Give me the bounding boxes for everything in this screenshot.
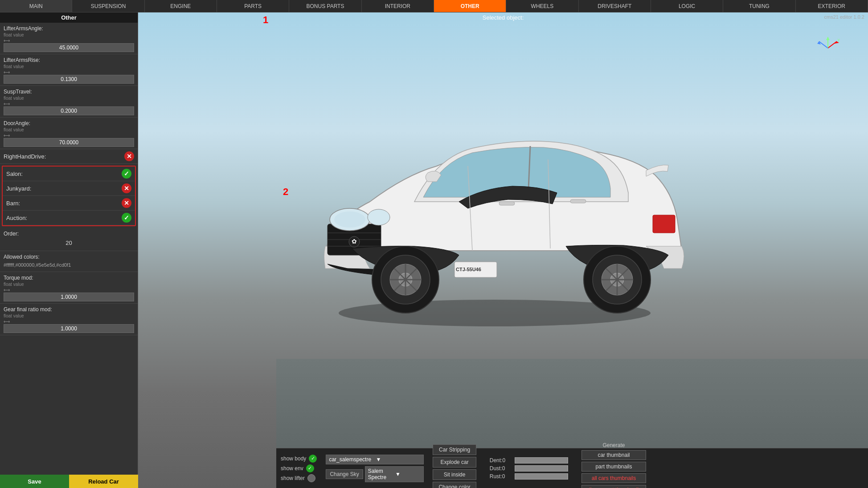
tab-suspension[interactable]: SUSPENSION xyxy=(72,0,144,12)
save-button[interactable]: Save xyxy=(0,475,69,488)
all-cars-part-thumbnails-button[interactable]: all cars part thumbnails xyxy=(581,485,646,488)
change-color-button[interactable]: Change color xyxy=(433,482,476,488)
lifter-arms-angle-arrows: ⟷ xyxy=(4,38,134,43)
right-hand-drive-icon[interactable]: ✕ xyxy=(124,151,134,161)
sidebar-bottom: Save Reload Car xyxy=(0,475,138,488)
explode-car-button[interactable]: Explode car xyxy=(433,457,476,468)
susp-travel-input[interactable] xyxy=(4,106,134,115)
tab-other[interactable]: OTHER xyxy=(434,0,506,12)
sidebar: Other LifterArmsAngle: float value ⟷ Lif… xyxy=(0,12,138,488)
generate-label: Generate xyxy=(581,442,646,448)
sky-select-dropdown[interactable]: Salem Spectre ▼ xyxy=(365,466,424,482)
door-angle-block: DoorAngle: float value ⟷ xyxy=(0,118,138,149)
lifter-arms-angle-block: LifterArmsAngle: float value ⟷ xyxy=(0,23,138,54)
show-lifter-toggle[interactable] xyxy=(307,474,315,482)
dust-label: Dust:0 xyxy=(490,465,512,472)
rust-row: Rust:0 xyxy=(490,473,568,480)
allowed-colors-block: Allowed colors: #ffffff,#000000,#5e5e5d,… xyxy=(0,251,138,272)
show-body-label: show body xyxy=(281,455,306,462)
car-thumbnail-button[interactable]: car thumbnail xyxy=(581,450,646,460)
dust-row: Dust:0 xyxy=(490,465,568,472)
barn-icon[interactable]: ✕ xyxy=(122,198,131,208)
show-env-toggle[interactable]: ✓ xyxy=(306,464,314,472)
junkyard-row[interactable]: Junkyard: ✕ xyxy=(3,181,135,196)
salon-row[interactable]: Salon: ✓ xyxy=(3,167,135,181)
car-stripping-button[interactable]: Car Stripping xyxy=(433,444,476,455)
dent-bar[interactable] xyxy=(515,457,568,464)
show-body-item: show body ✓ xyxy=(281,455,317,463)
torque-mod-block: Torque mod: float value ⟷ xyxy=(0,272,138,304)
tab-tuning[interactable]: TUNING xyxy=(723,0,795,12)
show-toggles: show body ✓ show env ✓ show lifter xyxy=(281,455,317,482)
door-angle-input[interactable] xyxy=(4,138,134,147)
tab-engine[interactable]: ENGINE xyxy=(145,0,217,12)
rust-bar[interactable] xyxy=(515,473,568,480)
tab-bonus-parts[interactable]: BONUS PARTS xyxy=(289,0,361,12)
tab-interior[interactable]: INTERIOR xyxy=(362,0,434,12)
barn-row[interactable]: Barn: ✕ xyxy=(3,196,135,211)
show-lifter-item: show lifter xyxy=(281,474,317,482)
gear-ratio-mod-input[interactable] xyxy=(4,324,134,333)
salon-label: Salon: xyxy=(6,171,23,177)
part-thumbnails-button[interactable]: part thumbnails xyxy=(581,462,646,472)
dent-dust-rust-group: Dent:0 Dust:0 Rust:0 xyxy=(490,457,568,480)
reload-car-button[interactable]: Reload Car xyxy=(69,475,138,488)
svg-rect-36 xyxy=(653,215,675,233)
tab-parts[interactable]: PARTS xyxy=(217,0,289,12)
svg-point-15 xyxy=(368,209,390,225)
change-sky-button[interactable]: Change Sky xyxy=(326,469,363,479)
dent-label: Dent:0 xyxy=(490,457,512,464)
auction-label: Auction: xyxy=(6,215,27,221)
svg-text:CTJ-55U46: CTJ-55U46 xyxy=(456,267,481,272)
order-block: Order: 20 xyxy=(0,228,138,251)
gear-ratio-mod-label: Gear final ratio mod: xyxy=(4,306,134,313)
bottom-bar: show body ✓ show env ✓ show lifter car_s… xyxy=(276,448,868,488)
sit-inside-button[interactable]: Sit inside xyxy=(433,469,476,480)
show-env-label: show env xyxy=(281,465,303,472)
gear-ratio-mod-arrows: ⟷ xyxy=(4,319,134,324)
tab-wheels[interactable]: WHEELS xyxy=(506,0,578,12)
svg-text:✿: ✿ xyxy=(352,238,357,245)
torque-mod-sub: float value xyxy=(4,282,134,287)
rust-label: Rust:0 xyxy=(490,473,512,480)
sidebar-title: Other xyxy=(0,12,138,23)
junkyard-icon[interactable]: ✕ xyxy=(122,183,131,193)
right-hand-drive-row[interactable]: RightHandDrive: ✕ xyxy=(0,149,138,164)
car-select-arrow-icon: ▼ xyxy=(376,456,421,463)
version-label: cms21 editor 1.0.2 xyxy=(824,14,865,20)
svg-point-14 xyxy=(334,211,365,228)
all-cars-thumbnails-button[interactable]: all cars thumbnails xyxy=(581,473,646,483)
tab-main[interactable]: MAIN xyxy=(0,0,72,12)
show-env-item: show env ✓ xyxy=(281,464,317,472)
show-body-toggle[interactable]: ✓ xyxy=(309,455,317,463)
torque-mod-input[interactable] xyxy=(4,293,134,301)
svg-rect-19 xyxy=(570,199,586,203)
svg-line-2 xyxy=(819,41,828,48)
tab-driveshaft[interactable]: DRIVESHAFT xyxy=(579,0,651,12)
lifter-arms-angle-input[interactable] xyxy=(4,43,134,52)
auction-row[interactable]: Auction: ✓ xyxy=(3,211,135,225)
car-select-group: car_salemspectre ▼ Change Sky Salem Spec… xyxy=(326,455,424,482)
axes-widget: y xyxy=(815,35,841,61)
tab-exterior[interactable]: EXTERIOR xyxy=(796,0,868,12)
lifter-arms-angle-sub: float value xyxy=(4,33,134,37)
salon-icon[interactable]: ✓ xyxy=(122,169,131,179)
car-select-dropdown[interactable]: car_salemspectre ▼ xyxy=(326,455,424,464)
order-label: Order: xyxy=(4,231,134,237)
dust-bar[interactable] xyxy=(515,465,568,472)
susp-travel-sub: float value xyxy=(4,96,134,101)
lifter-arms-rise-input[interactable] xyxy=(4,75,134,84)
lifter-arms-rise-label: LifterArmsRise: xyxy=(4,57,134,63)
susp-travel-arrows: ⟷ xyxy=(4,102,134,106)
door-angle-label: DoorAngle: xyxy=(4,120,134,126)
tab-logic[interactable]: LOGIC xyxy=(651,0,723,12)
sky-select-row: Change Sky Salem Spectre ▼ xyxy=(326,466,424,482)
top-navigation: MAIN SUSPENSION ENGINE PARTS BONUS PARTS… xyxy=(0,0,868,12)
svg-text:y: y xyxy=(838,37,840,42)
order-value: 20 xyxy=(4,238,134,248)
generate-group: Generate car thumbnail part thumbnails a… xyxy=(581,442,646,488)
sky-select-value: Salem Spectre xyxy=(368,468,393,480)
auction-icon[interactable]: ✓ xyxy=(122,213,131,223)
svg-line-0 xyxy=(828,41,837,48)
sky-select-arrow-icon: ▼ xyxy=(395,471,421,477)
